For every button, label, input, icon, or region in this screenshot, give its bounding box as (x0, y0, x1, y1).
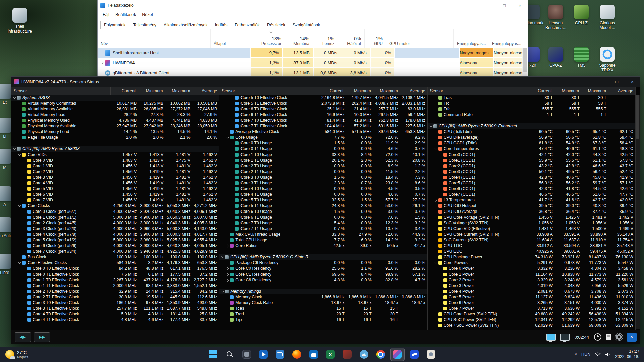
taskbar-mail[interactable] (273, 348, 287, 361)
sensor-row[interactable]: Core 5 T1 Usage24.8 %2.3 %53.0 %26.1 % (219, 203, 427, 209)
sensor-row[interactable]: Core5 (CCD1)56.3 °C56.2 °C59.7 °C57.1 °C (428, 180, 635, 186)
taskbar-hwinfo[interactable] (390, 348, 405, 361)
tab-2[interactable]: Alkalmazáselőzmények (160, 21, 211, 29)
column-header[interactable]: Maximum (373, 87, 400, 95)
sensor-row[interactable]: Core 3 Power4.319 W4.048 W7.956 W5.529 W (428, 283, 635, 289)
close-button[interactable]: × (625, 77, 640, 87)
sensor-row[interactable]: Core 0 T0 Effective Clock84.2 MHz48.8 MH… (11, 266, 219, 272)
sensor-row[interactable]: Virtual Memory Available26,931 MB26,885 … (11, 106, 219, 112)
taskbar-firefox[interactable] (290, 348, 304, 361)
column-header[interactable]: Average (608, 87, 635, 95)
desktop-icon-tm5[interactable]: TM5 (568, 47, 594, 68)
sensor-row[interactable]: Core 5 T1 Effective Clock2,073.8 MHz202.… (219, 101, 427, 106)
expand-icon[interactable] (226, 272, 230, 277)
sensor-row[interactable]: Core7 (CCD1)46.6 °C46.5 °C51.6 °C47.7 °C (428, 192, 635, 197)
column-header[interactable]: Minimum (138, 87, 165, 95)
expand-icon[interactable] (434, 197, 438, 203)
sensor-group-row[interactable]: CPU [#0]: AMD Ryzen 7 5800X (11, 146, 219, 152)
sensor-row[interactable]: Core 7 Power3.713 W3.636 W5.791 W4.152 W (428, 306, 635, 311)
minimize-button[interactable]: – (481, 0, 497, 10)
collapse-icon[interactable] (429, 123, 433, 129)
sensor-row[interactable]: Core 1 VID1.456 V1.413 V1.481 V1.462 V (11, 163, 219, 169)
sensor-row[interactable]: L3 Temperatures41.7 °C41.6 °C42.7 °C42.0… (428, 197, 635, 203)
column-header-status[interactable]: Állapot (211, 41, 255, 46)
sensor-row[interactable]: Core 6 T0 Usage1.5 %0.0 %3.0 %0.7 % (219, 209, 427, 215)
column-header[interactable]: Average (192, 87, 219, 95)
sensor-row[interactable]: SoC Voltage (SVI2 TFN)1.056 V1.050 V1.05… (428, 220, 635, 226)
sensor-row[interactable]: Core Powers5.291 W0.673 W11.773 W5.547 W (428, 260, 635, 266)
sensor-group-row[interactable]: System: ASUS (11, 95, 219, 101)
sensor-row[interactable]: Core 4 T0 Effective Clock5.9 MHz4.3 MHz1… (11, 311, 219, 317)
sensor-group-row[interactable]: CPU [#0]: AMD Ryzen 7 5800X: Enhanced (428, 123, 635, 129)
sensor-row[interactable]: Core 3 T1 Usage2.3 %0.7 %23.8 %8.6 % (219, 180, 427, 186)
column-header-memory[interactable]: 14% Memória (285, 29, 313, 48)
sensor-row[interactable]: CPU Die (average)56.9 °C56.6 °C61.8 °C58… (428, 135, 635, 140)
collapse-icon[interactable] (221, 289, 225, 294)
hwinfo-close-button[interactable]: × (627, 333, 637, 342)
sensor-row[interactable]: Package C6 Residency0.0 %0.0 %0.0 %0.0 % (219, 260, 427, 266)
collapse-icon[interactable] (18, 203, 22, 209)
sensor-row[interactable]: Core 6 Power3.265 W3.151 W4.000 W3.374 W (428, 300, 635, 306)
taskbar-video[interactable] (256, 348, 270, 361)
column-header-network[interactable]: 0% Hálózat (338, 29, 364, 48)
sensor-row[interactable]: Physical Memory Used4,736 MB4,437 MB4,74… (11, 118, 219, 123)
collapse-icon[interactable] (434, 260, 438, 266)
column-header[interactable]: Maximum (165, 87, 192, 95)
column-header-power-usage-trend[interactable]: Energiafogyas... (489, 29, 524, 48)
sensor-row[interactable]: Core 3 VID1.456 V1.419 V1.481 V1.462 V (11, 175, 219, 180)
sensor-row[interactable]: Core 5 T0 Effective Clock2,164.8 MHz179.… (219, 95, 427, 101)
sensor-row[interactable]: CPU Core VID (Effective)1.481 V1.463 V1.… (428, 226, 635, 232)
sensor-row[interactable]: Core Effective Clocks584.0 MHz3.2 MHz4,1… (11, 260, 219, 266)
sensor-row[interactable]: Core 2 VID1.456 V1.419 V1.481 V1.462 V (11, 169, 219, 175)
sensor-row[interactable]: Core 7 T1 Usage0.7 %0.0 %10.7 %3.4 % (219, 226, 427, 232)
sensor-row[interactable]: Core +SoC Power (SVI2 TFN)62.029 W61.639… (428, 323, 635, 328)
sensor-row[interactable]: Core 5 Clock (perf #1/2)5,000.3 MHz3,980… (11, 237, 219, 243)
sensor-row[interactable]: Core2 (CCD1)43.2 °C42.8 °C46.6 °C43.7 °C (428, 163, 635, 169)
collapse-icon[interactable] (221, 254, 225, 260)
sensor-row[interactable]: Core 0 Power3.332 W3.236 W4.304 W3.458 W (428, 266, 635, 272)
report-icon[interactable] (606, 334, 611, 340)
sensor-row[interactable]: Trc58 T58 T58 T (428, 101, 635, 106)
sensor-row[interactable]: Core 1 Clock (perf #1/1)5,000.3 MHz4,900… (11, 215, 219, 220)
sensor-row[interactable]: Core 3 Clock (perf #2/3)4,000.3 MHz3,960… (11, 226, 219, 232)
sensor-row[interactable]: Core 5 VID1.456 V1.419 V1.481 V1.462 V (11, 186, 219, 192)
sensor-row[interactable]: Core 6 T0 Effective Clock25.1 MHz21.4 MH… (219, 106, 427, 112)
column-header-disk[interactable]: 1% Lemez (313, 29, 338, 48)
settings-gear-icon[interactable] (615, 334, 622, 340)
sensor-row[interactable]: Virtual Memory Load28.2 %27.3 %28.3 %27.… (11, 112, 219, 118)
sensor-row[interactable]: Core 0 T1 Effective Clock7.6 MHz6.1 MHz1… (11, 272, 219, 277)
sensor-row[interactable]: Core 2 Clock (perf #4/5)4,000.3 MHz3,900… (11, 220, 219, 226)
sensor-group-row[interactable]: Memory Timings (219, 289, 427, 294)
sensor-row[interactable]: Core Ratios42.5 x39.0 x50.5 x42.7 x (219, 243, 427, 249)
sensor-row[interactable]: Core C6 Residency4.8 %0.0 %82.8 %4.7 % (219, 277, 427, 283)
column-header[interactable]: Current (111, 87, 138, 95)
sensor-row[interactable]: Core C0 Residency25.6 %1.1 %91.6 %28.2 % (219, 266, 427, 272)
collapse-icon[interactable] (18, 260, 22, 266)
maximize-button[interactable]: □ (609, 77, 625, 87)
taskbar-taskview[interactable] (239, 348, 254, 361)
sensor-row[interactable]: Core 3 T0 Usage1.5 %0.0 %18.4 %7.3 % (219, 175, 427, 180)
desktop-icon-cpuz[interactable]: CPU-Z (543, 47, 569, 68)
sensor-row[interactable]: Core 7 T1 Effective Clock104.4 MHz57.2 M… (219, 123, 427, 129)
sensor-row[interactable]: Core 6 T1 Usage0.0 %0.0 %7.6 %1.5 % (219, 215, 427, 220)
sensor-row[interactable]: CPU Package Power74.318 W73.921 W81.407 … (428, 254, 635, 260)
column-header[interactable]: Sensor (428, 87, 527, 95)
clock[interactable]: 17:27 2022. 06. 18. (615, 349, 639, 360)
sensor-group-row[interactable]: CPU [#0]: AMD Ryzen 7 5800X: C-State R..… (219, 254, 427, 260)
sensor-row[interactable]: Core 1 T0 Usage33.3 %8.4 %72.0 %40.1 % (219, 152, 427, 158)
sensor-row[interactable]: CPU IOD Hotspot39.5 °C39.0 °C40.3 °C39.4… (428, 203, 635, 209)
sensor-row[interactable]: Core 2 T0 Usage0.0 %0.0 %6.9 %1.2 % (219, 163, 427, 169)
sensor-row[interactable]: Core Temperatures47.4 °C40.6 °C61.1 °C48… (428, 146, 635, 152)
taskbar-magician[interactable] (407, 348, 421, 361)
collapse-icon[interactable] (13, 146, 17, 152)
task-manager-titlebar[interactable]: Feladatkezelő – □ × (98, 0, 528, 10)
sensor-row[interactable]: CPU Core Voltage (SVI2 TFN)1.456 V1.425 … (428, 215, 635, 220)
sensor-row[interactable]: Core 1 T1 Effective Clock2,000.4 MHz98.1… (11, 283, 219, 289)
expand-icon[interactable] (226, 243, 230, 249)
column-header-gpu-engine[interactable]: GPU-motor (386, 29, 453, 48)
sensor-row[interactable]: Virtual Memory Committed10,617 MB10,275 … (11, 101, 219, 106)
sensor-row[interactable]: Page File Usage2.0 %2.0 %2.1 %2.0 % (11, 135, 219, 140)
sensor-row[interactable]: Memory Clock1,866.8 MHz1,866.8 MHz1,866.… (219, 294, 427, 300)
sensor-row[interactable]: Command Rate1 T1 T1 T (428, 112, 635, 118)
sensor-row[interactable]: Core 4 Clock (perf #7/8)4,000.3 MHz3,900… (11, 232, 219, 237)
